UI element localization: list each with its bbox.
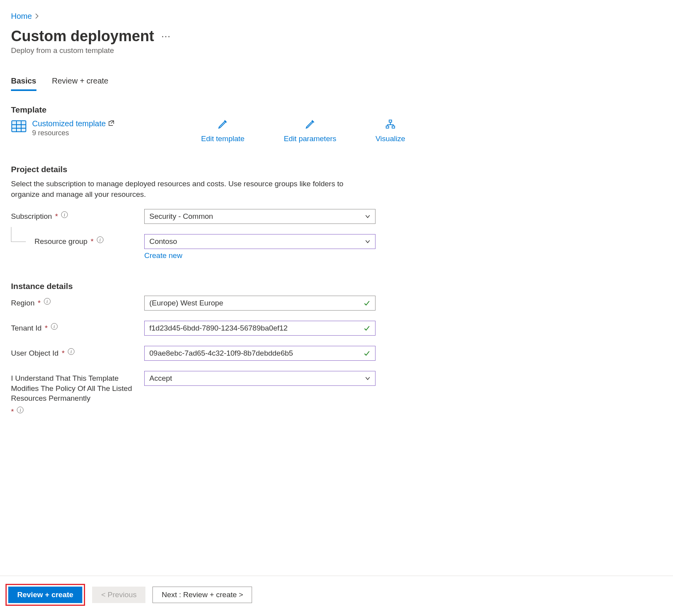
review-create-button[interactable]: Review + create: [8, 587, 82, 603]
more-icon[interactable]: ⋯: [161, 31, 171, 42]
subscription-value: Security - Common: [149, 212, 213, 221]
required-indicator: *: [55, 211, 58, 222]
edit-parameters-button[interactable]: Edit parameters: [284, 119, 336, 143]
chevron-down-icon: [365, 214, 370, 219]
accept-label: I Understand That This Template Modifies…: [11, 373, 144, 403]
svg-rect-7: [392, 126, 395, 128]
template-resource-count: 9 resources: [32, 129, 114, 137]
pencil-icon: [218, 119, 228, 131]
chevron-down-icon: [365, 376, 370, 381]
resource-group-select[interactable]: Contoso: [144, 234, 376, 249]
page-footer: Review + create < Previous Next : Review…: [0, 576, 673, 616]
visualize-button[interactable]: Visualize: [376, 119, 405, 143]
required-indicator: *: [62, 348, 64, 358]
tenant-id-value: f1d23d45-6bdd-7890-1234-56789ba0ef12: [149, 324, 288, 333]
region-select[interactable]: (Europe) West Europe: [144, 296, 376, 311]
svg-rect-5: [389, 120, 392, 122]
tab-basics[interactable]: Basics: [11, 76, 36, 91]
required-indicator: *: [38, 298, 40, 308]
required-indicator: *: [45, 323, 47, 333]
breadcrumb: Home: [11, 12, 662, 21]
highlight-annotation: Review + create: [5, 584, 85, 606]
info-icon[interactable]: i: [61, 211, 68, 218]
chevron-down-icon: [365, 239, 370, 244]
required-indicator: *: [91, 236, 93, 247]
required-indicator: *: [11, 407, 14, 417]
page-subtitle: Deploy from a custom template: [11, 46, 662, 55]
info-icon[interactable]: i: [68, 348, 74, 355]
section-project-heading: Project details: [11, 165, 662, 174]
info-icon[interactable]: i: [17, 407, 24, 413]
region-label: Region: [11, 298, 34, 308]
template-icon: [11, 119, 27, 135]
subscription-label: Subscription: [11, 211, 52, 222]
section-template-heading: Template: [11, 105, 662, 114]
info-icon[interactable]: i: [44, 298, 51, 305]
accept-select[interactable]: Accept: [144, 371, 376, 386]
hierarchy-icon: [385, 119, 395, 131]
check-icon: [363, 325, 370, 332]
chevron-right-icon: [35, 12, 39, 21]
svg-rect-0: [12, 121, 26, 132]
tenant-id-label: Tenant Id: [11, 323, 42, 333]
info-icon[interactable]: i: [97, 236, 103, 243]
subscription-select[interactable]: Security - Common: [144, 209, 376, 224]
user-object-id-input[interactable]: 09ae8ebc-7ad65-4c32-10f9-8b7debdde6b5: [144, 346, 376, 361]
tree-indent-icon: [11, 227, 26, 242]
edit-template-button[interactable]: Edit template: [201, 119, 245, 143]
resource-group-value: Contoso: [149, 237, 177, 246]
previous-button: < Previous: [92, 587, 145, 603]
visualize-label: Visualize: [376, 134, 405, 143]
edit-template-label: Edit template: [201, 134, 245, 143]
customized-template-link[interactable]: Customized template: [32, 119, 106, 128]
section-instance-heading: Instance details: [11, 282, 662, 291]
tenant-id-input[interactable]: f1d23d45-6bdd-7890-1234-56789ba0ef12: [144, 321, 376, 336]
next-button[interactable]: Next : Review + create >: [152, 587, 252, 603]
page-title: Custom deployment: [11, 28, 154, 45]
tab-bar: Basics Review + create: [11, 76, 662, 91]
external-link-icon: [108, 120, 114, 128]
user-object-id-label: User Object Id: [11, 348, 58, 358]
edit-parameters-label: Edit parameters: [284, 134, 336, 143]
svg-rect-6: [386, 126, 389, 128]
breadcrumb-home[interactable]: Home: [11, 12, 32, 21]
section-project-desc: Select the subscription to manage deploy…: [11, 179, 372, 200]
resource-group-label: Resource group: [34, 236, 87, 247]
pencil-icon: [305, 119, 315, 131]
accept-value: Accept: [149, 374, 172, 383]
tab-review-create[interactable]: Review + create: [52, 76, 109, 91]
create-new-link[interactable]: Create new: [144, 251, 182, 260]
user-object-id-value: 09ae8ebc-7ad65-4c32-10f9-8b7debdde6b5: [149, 349, 293, 358]
check-icon: [363, 350, 370, 357]
region-value: (Europe) West Europe: [149, 299, 223, 307]
info-icon[interactable]: i: [51, 323, 58, 330]
check-icon: [363, 300, 370, 307]
